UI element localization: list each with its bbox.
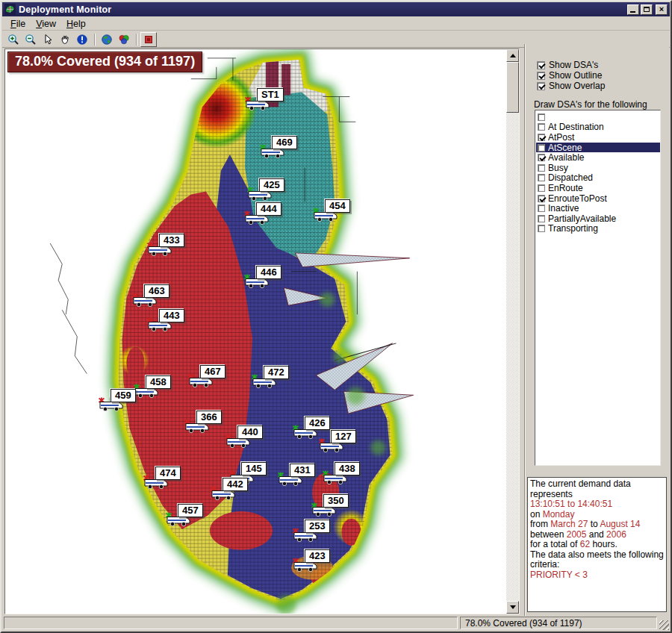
unit-label: 444 bbox=[256, 202, 281, 216]
checkbox-icon[interactable] bbox=[538, 154, 545, 161]
unit-marker-366[interactable]: 366 bbox=[196, 410, 222, 424]
list-item-busy[interactable]: Busy bbox=[536, 163, 660, 173]
checkbox-icon[interactable] bbox=[538, 205, 545, 212]
unit-marker-440[interactable]: 440 bbox=[237, 425, 263, 439]
unit-marker-463[interactable]: 463 bbox=[144, 284, 169, 298]
checkbox-icon[interactable] bbox=[537, 82, 545, 90]
unit-marker-423[interactable]: 423 bbox=[305, 549, 330, 563]
list-item-enroutetopost[interactable]: EnrouteToPost bbox=[536, 193, 660, 204]
dsa-status-list[interactable]: At Destination AtPost AtScene Available … bbox=[535, 110, 661, 466]
unit-marker-127[interactable]: 127 bbox=[331, 429, 356, 443]
unit-marker-st1[interactable]: ST1 bbox=[257, 87, 284, 102]
list-item-inactive[interactable]: Inactive bbox=[536, 203, 660, 213]
list-item-blank[interactable] bbox=[536, 112, 660, 122]
minimize-button[interactable] bbox=[627, 4, 639, 15]
show-options-group: Show DSA's Show Outline Show Overlap bbox=[537, 60, 605, 91]
unit-label: 469 bbox=[272, 136, 297, 149]
checkbox-show-outline[interactable]: Show Outline bbox=[537, 70, 605, 81]
maximize-button[interactable] bbox=[641, 4, 653, 15]
list-item-available[interactable]: Available bbox=[536, 152, 660, 163]
checkbox-icon[interactable] bbox=[538, 144, 545, 152]
checkbox-icon[interactable] bbox=[538, 215, 545, 222]
checkbox-icon[interactable] bbox=[538, 174, 545, 181]
zoom-out-icon[interactable] bbox=[22, 32, 39, 47]
checkbox-icon[interactable] bbox=[538, 225, 545, 232]
list-item-label: Dispatched bbox=[548, 172, 593, 183]
map-viewport[interactable]: 78.0% Covered (934 of 1197) ST1 bbox=[5, 49, 506, 614]
status-pane-coverage: 78.0% Covered (934 of 1197) bbox=[460, 617, 657, 629]
unit-label: 426 bbox=[305, 417, 330, 430]
info-line: from March 27 to August 14 bbox=[530, 520, 664, 530]
unit-marker-469[interactable]: 469 bbox=[272, 135, 297, 149]
checkbox-icon[interactable] bbox=[538, 184, 545, 192]
close-button[interactable]: × bbox=[656, 4, 668, 15]
list-item-label: Transporting bbox=[548, 223, 598, 234]
list-item-label: AtScene bbox=[548, 143, 582, 153]
unit-marker-425[interactable]: 425 bbox=[259, 178, 284, 192]
unit-label: 145 bbox=[241, 462, 267, 475]
list-item-atscene[interactable]: AtScene bbox=[536, 143, 660, 153]
unit-label: 438 bbox=[335, 462, 360, 475]
unit-label: 459 bbox=[111, 389, 136, 402]
scrollbar-thumb[interactable] bbox=[506, 62, 519, 113]
unit-marker-145[interactable]: 145 bbox=[241, 461, 267, 475]
unit-label: 467 bbox=[200, 365, 225, 378]
checkbox-show-dsa-s[interactable]: Show DSA's bbox=[537, 60, 605, 70]
checkbox-icon[interactable] bbox=[538, 134, 545, 141]
unit-marker-446[interactable]: 446 bbox=[256, 265, 281, 279]
menu-bar: FileViewHelp bbox=[2, 17, 670, 31]
unit-label: 127 bbox=[331, 430, 356, 443]
info-line: between 2005 and 2006 bbox=[530, 530, 664, 540]
checkbox-icon[interactable] bbox=[538, 123, 545, 131]
checkbox-icon[interactable] bbox=[537, 72, 545, 80]
unit-marker-350[interactable]: 350 bbox=[323, 493, 349, 508]
info-line: for a total of 62 hours. bbox=[530, 540, 664, 550]
checkbox-icon[interactable] bbox=[537, 61, 545, 69]
scroll-down-icon[interactable] bbox=[506, 601, 519, 614]
unit-marker-443[interactable]: 443 bbox=[159, 308, 184, 322]
menu-view[interactable]: View bbox=[31, 18, 61, 30]
identify-info-icon[interactable] bbox=[74, 32, 90, 47]
list-item-at destination[interactable]: At Destination bbox=[536, 122, 660, 133]
zoom-in-icon[interactable] bbox=[5, 32, 22, 47]
pan-hand-icon[interactable] bbox=[57, 32, 73, 47]
list-item-partiallyavailable[interactable]: PartiallyAvailable bbox=[536, 213, 660, 224]
unit-marker-467[interactable]: 467 bbox=[200, 364, 225, 378]
list-item-dispatched[interactable]: Dispatched bbox=[536, 173, 660, 184]
unit-marker-426[interactable]: 426 bbox=[305, 416, 330, 430]
list-item-label: EnrouteToPost bbox=[548, 193, 607, 204]
menu-help[interactable]: Help bbox=[61, 18, 91, 30]
scroll-up-icon[interactable] bbox=[506, 49, 519, 62]
checkbox-icon[interactable] bbox=[538, 164, 545, 172]
resize-grip[interactable] bbox=[659, 620, 669, 630]
unit-marker-442[interactable]: 442 bbox=[223, 477, 248, 491]
titlebar[interactable]: Deployment Monitor × bbox=[2, 2, 670, 16]
unit-marker-474[interactable]: 474 bbox=[155, 466, 181, 480]
unit-marker-457[interactable]: 457 bbox=[178, 503, 203, 517]
unit-marker-454[interactable]: 454 bbox=[325, 199, 350, 213]
unit-marker-472[interactable]: 472 bbox=[264, 365, 289, 379]
unit-label: 253 bbox=[305, 520, 330, 533]
unit-marker-438[interactable]: 438 bbox=[335, 461, 360, 475]
unit-marker-253[interactable]: 253 bbox=[305, 519, 330, 533]
unit-marker-433[interactable]: 433 bbox=[159, 233, 184, 247]
list-item-transporting[interactable]: Transporting bbox=[536, 224, 660, 234]
globe-icon[interactable] bbox=[99, 32, 115, 47]
unit-label: 442 bbox=[223, 478, 248, 491]
status-pane-left bbox=[4, 617, 458, 629]
layers-icon[interactable] bbox=[116, 32, 132, 47]
list-item-atpost[interactable]: AtPost bbox=[536, 132, 660, 143]
select-cursor-icon[interactable] bbox=[40, 32, 56, 47]
list-item-enroute[interactable]: EnRoute bbox=[536, 183, 660, 193]
map-vertical-scrollbar[interactable] bbox=[506, 49, 519, 614]
checkbox-show-overlap[interactable]: Show Overlap bbox=[537, 81, 605, 91]
checkbox-icon[interactable] bbox=[538, 195, 545, 202]
unit-marker-458[interactable]: 458 bbox=[146, 375, 171, 389]
unit-marker-431[interactable]: 431 bbox=[290, 463, 315, 477]
draw-dsa-toggle-icon[interactable] bbox=[140, 32, 157, 47]
unit-marker-459[interactable]: 459 bbox=[111, 388, 136, 402]
unit-label: 423 bbox=[305, 549, 330, 563]
unit-marker-444[interactable]: 444 bbox=[256, 202, 281, 216]
menu-file[interactable]: File bbox=[5, 18, 31, 30]
checkbox-icon[interactable] bbox=[538, 113, 545, 121]
